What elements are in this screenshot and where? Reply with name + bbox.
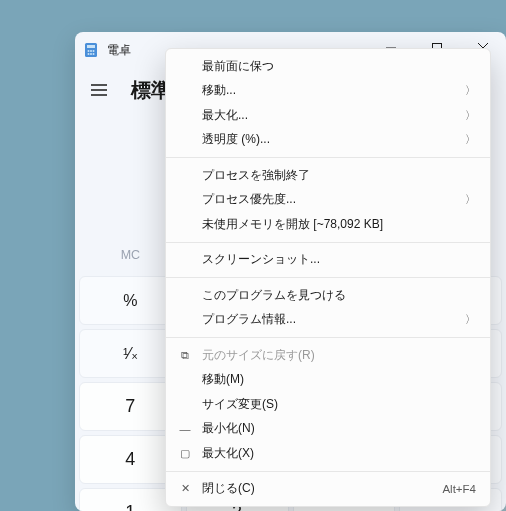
menu-sys-maximize[interactable]: ▢最大化(X) [166, 441, 490, 466]
menu-label: 移動(M) [202, 371, 244, 388]
window-title: 電卓 [107, 42, 131, 59]
chevron-right-icon: 〉 [465, 108, 476, 123]
menu-opacity[interactable]: 透明度 (%)...〉 [166, 128, 490, 153]
svg-point-5 [88, 53, 90, 55]
menu-restore: ⧉元のサイズに戻す(R) [166, 343, 490, 368]
menu-move[interactable]: 移動...〉 [166, 79, 490, 104]
menu-label: 最小化(N) [202, 420, 255, 437]
menu-label: プログラム情報... [202, 311, 296, 328]
menu-separator [166, 277, 490, 278]
menu-sys-move[interactable]: 移動(M) [166, 368, 490, 393]
menu-label: 元のサイズに戻す(R) [202, 347, 315, 364]
menu-label: プロセスを強制終了 [202, 167, 310, 184]
menu-label: このプログラムを見つける [202, 287, 346, 304]
menu-close[interactable]: ✕閉じる(C)Alt+F4 [166, 477, 490, 502]
menu-program-info[interactable]: プログラム情報...〉 [166, 308, 490, 333]
menu-find-program[interactable]: このプログラムを見つける [166, 283, 490, 308]
menu-separator [166, 337, 490, 338]
svg-point-4 [93, 50, 95, 52]
menu-priority[interactable]: プロセス優先度...〉 [166, 188, 490, 213]
svg-rect-1 [87, 45, 95, 48]
menu-label: 移動... [202, 82, 236, 99]
menu-sys-size[interactable]: サイズ変更(S) [166, 392, 490, 417]
menu-separator [166, 471, 490, 472]
menu-label: 未使用メモリを開放 [~78,092 KB] [202, 216, 383, 233]
svg-point-7 [93, 53, 95, 55]
nav-menu-button[interactable] [81, 72, 117, 108]
menu-label: 透明度 (%)... [202, 131, 270, 148]
menu-label: プロセス優先度... [202, 191, 296, 208]
menu-separator [166, 242, 490, 243]
menu-maximize[interactable]: 最大化...〉 [166, 103, 490, 128]
restore-icon: ⧉ [178, 349, 192, 362]
menu-free-memory[interactable]: 未使用メモリを開放 [~78,092 KB] [166, 212, 490, 237]
chevron-right-icon: 〉 [465, 192, 476, 207]
calculator-app-icon [83, 42, 99, 58]
menu-screenshot[interactable]: スクリーンショット... [166, 248, 490, 273]
menu-label: 最大化... [202, 107, 248, 124]
context-menu: 最前面に保つ 移動...〉 最大化...〉 透明度 (%)...〉 プロセスを強… [165, 48, 491, 507]
svg-point-3 [90, 50, 92, 52]
menu-label: 最前面に保つ [202, 58, 274, 75]
menu-separator [166, 157, 490, 158]
minimize-icon: — [178, 423, 192, 435]
hamburger-icon [91, 84, 107, 96]
chevron-right-icon: 〉 [465, 83, 476, 98]
menu-shortcut: Alt+F4 [442, 483, 476, 495]
menu-label: 閉じる(C) [202, 480, 255, 497]
menu-kill-process[interactable]: プロセスを強制終了 [166, 163, 490, 188]
menu-keep-on-top[interactable]: 最前面に保つ [166, 54, 490, 79]
chevron-right-icon: 〉 [465, 312, 476, 327]
chevron-right-icon: 〉 [465, 132, 476, 147]
close-icon: ✕ [178, 482, 192, 495]
svg-point-2 [88, 50, 90, 52]
svg-point-6 [90, 53, 92, 55]
menu-label: スクリーンショット... [202, 251, 320, 268]
maximize-icon: ▢ [178, 447, 192, 460]
menu-sys-minimize[interactable]: —最小化(N) [166, 417, 490, 442]
menu-label: 最大化(X) [202, 445, 254, 462]
menu-label: サイズ変更(S) [202, 396, 278, 413]
